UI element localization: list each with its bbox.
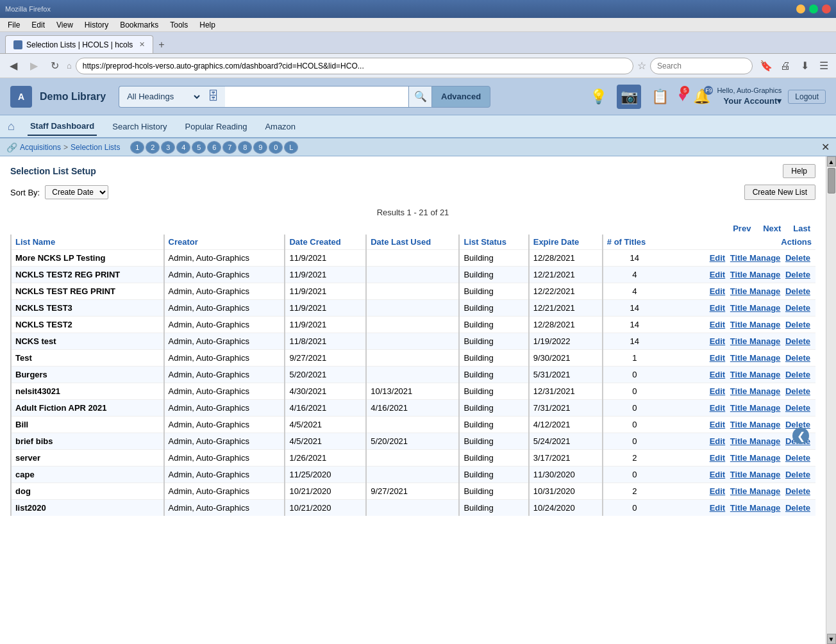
pocket-icon[interactable]: 🔖 (759, 59, 773, 73)
search-type-dropdown[interactable]: All Headings (119, 86, 202, 108)
page-btn-9[interactable]: 9 (253, 141, 267, 154)
menu-tools[interactable]: Tools (165, 19, 193, 31)
logout-btn[interactable]: Logout (788, 90, 826, 104)
delete-link[interactable]: Delete (785, 453, 810, 463)
nav-staff-dashboard[interactable]: Staff Dashboard (28, 117, 97, 136)
delete-link[interactable]: Delete (785, 253, 810, 263)
title-manage-link[interactable]: Title Manage (730, 253, 781, 263)
page-btn-2[interactable]: 2 (146, 141, 160, 154)
breadcrumb-selection-lists[interactable]: Selection Lists (71, 143, 120, 152)
title-manage-link[interactable]: Title Manage (730, 453, 781, 463)
main-search-input[interactable] (225, 86, 408, 108)
favorites-btn[interactable]: ♥ 5 (678, 88, 687, 105)
title-manage-link[interactable]: Title Manage (730, 470, 781, 479)
edit-link[interactable]: Edit (710, 470, 726, 479)
title-manage-link[interactable]: Title Manage (730, 403, 781, 413)
title-manage-link[interactable]: Title Manage (730, 320, 781, 329)
maximize-btn[interactable] (809, 4, 818, 13)
tab-close-btn[interactable]: ✕ (139, 40, 145, 49)
edit-link[interactable]: Edit (710, 403, 726, 413)
menu-file[interactable]: File (3, 19, 25, 31)
print-icon[interactable]: 🖨 (778, 59, 792, 73)
title-manage-link[interactable]: Title Manage (730, 270, 781, 279)
page-btn-3[interactable]: 3 (161, 141, 175, 154)
edit-link[interactable]: Edit (710, 286, 726, 296)
scrollbar-down-btn[interactable]: ▼ (827, 634, 836, 644)
page-btn-1[interactable]: 1 (130, 141, 144, 154)
delete-link[interactable]: Delete (785, 270, 810, 279)
advanced-search-btn[interactable]: Advanced (431, 86, 490, 108)
prev-link[interactable]: Prev (730, 222, 753, 235)
edit-link[interactable]: Edit (710, 353, 726, 363)
title-manage-link[interactable]: Title Manage (730, 286, 781, 296)
bell-btn[interactable]: 🔔 F9 (693, 88, 710, 105)
menu-help[interactable]: Help (194, 19, 221, 31)
scrollbar-up-btn[interactable]: ▲ (827, 156, 836, 167)
edit-link[interactable]: Edit (710, 253, 726, 263)
delete-link[interactable]: Delete (785, 353, 810, 363)
delete-link[interactable]: Delete (785, 370, 810, 379)
sort-select[interactable]: Create Date (45, 185, 108, 199)
edit-link[interactable]: Edit (710, 436, 726, 446)
edit-link[interactable]: Edit (710, 503, 726, 513)
breadcrumb-close-btn[interactable]: ✕ (821, 141, 830, 153)
forward-btn[interactable]: ▶ (26, 58, 42, 74)
back-arrow-btn[interactable]: ❮ (792, 427, 809, 444)
url-input[interactable] (76, 58, 633, 74)
title-manage-link[interactable]: Title Manage (730, 503, 781, 513)
edit-link[interactable]: Edit (710, 453, 726, 463)
menu-history[interactable]: History (79, 19, 113, 31)
user-account-btn[interactable]: Your Account▾ (717, 95, 782, 107)
title-manage-link[interactable]: Title Manage (730, 370, 781, 379)
back-btn[interactable]: ◀ (5, 58, 22, 74)
refresh-btn[interactable]: ↻ (46, 58, 63, 74)
db-select-btn[interactable]: 🗄 (202, 86, 225, 108)
page-btn-0[interactable]: 0 (269, 141, 283, 154)
edit-link[interactable]: Edit (710, 303, 726, 313)
scrollbar-thumb[interactable] (828, 168, 835, 194)
list-btn[interactable]: 📋 (648, 85, 672, 109)
close-window-btn[interactable] (822, 4, 831, 13)
title-manage-link[interactable]: Title Manage (730, 486, 781, 496)
bookmark-btn[interactable]: ☆ (637, 60, 646, 72)
last-link[interactable]: Last (790, 222, 813, 235)
title-manage-link[interactable]: Title Manage (730, 336, 781, 346)
browser-search-input[interactable] (650, 58, 753, 74)
edit-link[interactable]: Edit (710, 336, 726, 346)
new-tab-btn[interactable]: + (153, 37, 169, 53)
home-btn[interactable]: ⌂ (67, 61, 72, 70)
page-btn-L[interactable]: L (284, 141, 298, 154)
nav-amazon[interactable]: Amazon (262, 118, 298, 135)
delete-link[interactable]: Delete (785, 303, 810, 313)
help-btn[interactable]: Help (783, 164, 815, 178)
edit-link[interactable]: Edit (710, 370, 726, 379)
page-btn-8[interactable]: 8 (238, 141, 252, 154)
edit-link[interactable]: Edit (710, 386, 726, 396)
edit-link[interactable]: Edit (710, 270, 726, 279)
menu-view[interactable]: View (51, 19, 78, 31)
search-submit-btn[interactable]: 🔍 (408, 86, 431, 108)
create-new-list-btn[interactable]: Create New List (744, 185, 815, 200)
delete-link[interactable]: Delete (785, 470, 810, 479)
page-btn-5[interactable]: 5 (192, 141, 206, 154)
page-btn-4[interactable]: 4 (176, 141, 190, 154)
next-link[interactable]: Next (760, 222, 783, 235)
camera-btn[interactable]: 📷 (617, 85, 641, 109)
delete-link[interactable]: Delete (785, 403, 810, 413)
edit-link[interactable]: Edit (710, 486, 726, 496)
menu-bookmarks[interactable]: Bookmarks (115, 19, 163, 31)
page-btn-7[interactable]: 7 (222, 141, 237, 154)
title-manage-link[interactable]: Title Manage (730, 353, 781, 363)
title-manage-link[interactable]: Title Manage (730, 420, 781, 429)
nav-search-history[interactable]: Search History (110, 118, 169, 135)
title-manage-link[interactable]: Title Manage (730, 436, 781, 446)
breadcrumb-acquisitions[interactable]: Acquisitions (20, 143, 61, 152)
nav-popular-reading[interactable]: Popular Reading (183, 118, 250, 135)
delete-link[interactable]: Delete (785, 486, 810, 496)
lightbulb-btn[interactable]: 💡 (586, 85, 610, 109)
download-icon[interactable]: ⬇ (798, 59, 812, 73)
delete-link[interactable]: Delete (785, 320, 810, 329)
delete-link[interactable]: Delete (785, 286, 810, 296)
delete-link[interactable]: Delete (785, 503, 810, 513)
edit-link[interactable]: Edit (710, 320, 726, 329)
